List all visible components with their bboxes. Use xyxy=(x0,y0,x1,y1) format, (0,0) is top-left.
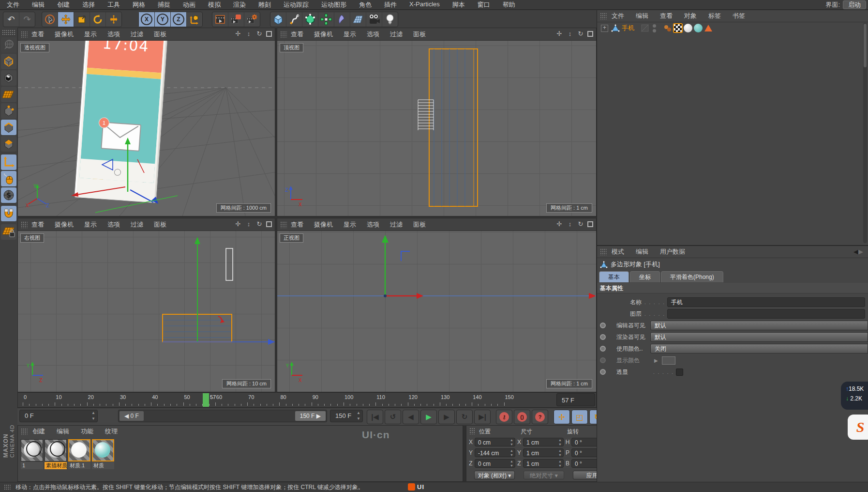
animation-dot-icon[interactable] xyxy=(600,346,606,352)
menu-item-3[interactable]: 选项 xyxy=(367,30,379,39)
menu-item-4[interactable]: 过滤 xyxy=(131,220,143,229)
layer-field[interactable] xyxy=(667,309,865,319)
menu-item-4[interactable]: 过滤 xyxy=(390,30,403,39)
history-back-icon[interactable]: ◀▶ xyxy=(853,248,863,255)
material-tag-teal-icon[interactable] xyxy=(694,24,703,32)
material-label[interactable]: 1 xyxy=(21,462,43,469)
menu-item-1[interactable]: 摄像机 xyxy=(55,30,74,39)
attribute-dropdown[interactable]: 关闭 xyxy=(650,344,868,354)
material-tag-white-icon[interactable] xyxy=(684,24,692,32)
menu-item-2[interactable]: 创建 xyxy=(57,0,70,9)
tab-平滑着色(Phong)[interactable]: 平滑着色(Phong) xyxy=(661,271,723,282)
material-item[interactable]: 1 xyxy=(21,439,43,469)
key-position-toggle[interactable]: ✢ xyxy=(554,410,570,424)
axis-mode-icon[interactable] xyxy=(1,154,16,170)
play-backwards-button[interactable]: ↺ xyxy=(385,410,401,424)
viewport-right[interactable]: 查看摄像机显示选项过滤面板 ✢ ↕ ↻ YZ 右视图 网格间距 : 10 cm xyxy=(17,218,275,392)
viewport-solo-icon[interactable] xyxy=(1,171,16,186)
pan-view-icon[interactable]: ✢ xyxy=(234,220,242,228)
size-mode-dropdown[interactable]: 绝对尺寸 ▾ xyxy=(524,471,564,479)
model-mode-icon[interactable] xyxy=(1,54,16,69)
menu-item-14[interactable]: 插件 xyxy=(384,0,397,9)
range-end-handle[interactable]: 150 F ▶ xyxy=(295,411,326,421)
previous-frame-button[interactable]: ◀ xyxy=(403,410,419,424)
zoom-view-icon[interactable]: ↕ xyxy=(245,220,253,228)
menu-item-2[interactable]: 显示 xyxy=(344,220,356,229)
menu-item-9[interactable]: 渲染 xyxy=(233,0,246,9)
panel-grip-icon[interactable] xyxy=(280,221,287,228)
scale-tool-icon[interactable] xyxy=(74,12,90,27)
expand-icon[interactable]: + xyxy=(601,25,608,32)
menu-item-16[interactable]: 脚本 xyxy=(452,0,465,9)
menu-item-2[interactable]: 用户数据 xyxy=(660,247,685,256)
perspective-view-canvas[interactable]: 17:04 1 xyxy=(18,41,275,216)
top-view-canvas[interactable]: ZX 顶视图 网格间距 : 1 cm xyxy=(277,41,596,216)
panel-grip-icon[interactable] xyxy=(21,31,28,38)
timeline-ruler[interactable]: 010203040506070809010011012013014015057 xyxy=(17,392,597,408)
tab-基本[interactable]: 基本 xyxy=(599,271,629,282)
interface-dropdown[interactable]: 启动 xyxy=(843,0,866,9)
render-settings-icon[interactable] xyxy=(244,12,260,27)
menu-item-15[interactable]: X-Particles xyxy=(409,0,440,9)
panel-grip-icon[interactable] xyxy=(600,248,607,255)
undo-button[interactable]: ↶ xyxy=(3,12,19,27)
panel-grip-icon[interactable] xyxy=(21,428,28,435)
toggle-view-icon[interactable] xyxy=(266,31,272,37)
range-start-spinner[interactable]: 0 F▲▼ xyxy=(19,410,98,422)
coordinate-field[interactable]: 1 cm▲▼ xyxy=(523,448,564,457)
menu-item-18[interactable]: 帮助 xyxy=(503,0,515,9)
next-frame-button[interactable]: ▶ xyxy=(438,410,455,424)
menu-item-1[interactable]: 编辑 xyxy=(57,427,69,436)
menu-item-8[interactable]: 模拟 xyxy=(208,0,221,9)
move-tool-icon[interactable] xyxy=(58,12,74,27)
menu-item-1[interactable]: 摄像机 xyxy=(55,220,74,229)
menu-item-12[interactable]: 运动图形 xyxy=(321,0,346,9)
panel-grip-icon[interactable] xyxy=(469,428,475,434)
menu-item-6[interactable]: 捕捉 xyxy=(158,0,170,9)
coordinate-field[interactable]: 0 cm▲▼ xyxy=(475,459,515,468)
panel-grip-icon[interactable] xyxy=(21,221,28,228)
preview-range-slider[interactable]: ◀ 0 F 150 F ▶ xyxy=(118,410,327,422)
pan-view-icon[interactable]: ✢ xyxy=(555,30,563,38)
external-app-icon[interactable]: S xyxy=(848,415,868,440)
texture-tag-icon[interactable] xyxy=(673,24,682,32)
rotate-view-icon[interactable]: ↻ xyxy=(255,30,263,38)
menu-item-1[interactable]: 编辑 xyxy=(636,12,648,20)
camera-icon[interactable] xyxy=(366,12,382,27)
menu-item-0[interactable]: 查看 xyxy=(31,30,44,39)
animation-dot-icon[interactable] xyxy=(600,323,606,328)
bend-deformer-icon[interactable] xyxy=(334,12,350,27)
edges-mode-icon[interactable] xyxy=(1,120,16,135)
display-color-swatch[interactable] xyxy=(662,356,675,365)
toggle-view-icon[interactable] xyxy=(587,221,593,227)
rotate-view-icon[interactable]: ↻ xyxy=(577,220,584,228)
lock-x-axis-icon[interactable]: X xyxy=(139,12,155,27)
menu-item-0[interactable]: 查看 xyxy=(31,220,44,229)
rotate-view-icon[interactable]: ↻ xyxy=(255,220,263,228)
material-label[interactable]: 材质.1 xyxy=(68,462,90,469)
add-spline-pen-icon[interactable] xyxy=(286,12,302,27)
section-header[interactable]: 基本属性 xyxy=(597,283,868,293)
coordinate-field[interactable]: -144 cm▲▼ xyxy=(475,448,515,457)
toggle-view-icon[interactable] xyxy=(587,31,593,37)
visibility-dots-icon[interactable] xyxy=(653,24,656,32)
menu-item-0[interactable]: 文件 xyxy=(7,0,19,9)
menu-item-4[interactable]: 过滤 xyxy=(131,30,143,39)
menu-item-4[interactable]: 工具 xyxy=(107,0,120,9)
viewport-front[interactable]: 查看摄像机显示选项过滤面板 ✢ ↕ ↻ YX 正视图 网格间距 : 1 cm xyxy=(277,218,597,392)
menu-item-2[interactable]: 显示 xyxy=(344,30,356,39)
menu-item-5[interactable]: 书签 xyxy=(733,12,745,20)
menu-item-5[interactable]: 面板 xyxy=(154,30,166,39)
coordinate-field[interactable]: 1 cm▲▼ xyxy=(523,438,564,446)
object-manager-scrollbar[interactable] xyxy=(863,23,867,243)
menu-item-5[interactable]: 网格 xyxy=(133,0,145,9)
material-item[interactable]: 材质.1 xyxy=(68,439,90,469)
menu-item-0[interactable]: 模式 xyxy=(612,247,624,256)
pan-view-icon[interactable]: ✢ xyxy=(555,220,563,228)
menu-item-10[interactable]: 雕刻 xyxy=(258,0,271,9)
snapping-magnet-icon[interactable] xyxy=(1,206,16,221)
viewport-perspective[interactable]: 查看摄像机显示选项过滤面板 ✢ ↕ ↻ 17:04 xyxy=(17,28,275,216)
tab-坐标[interactable]: 坐标 xyxy=(630,271,660,282)
rotate-view-icon[interactable]: ↻ xyxy=(577,30,584,38)
menu-item-0[interactable]: 创建 xyxy=(32,427,45,436)
